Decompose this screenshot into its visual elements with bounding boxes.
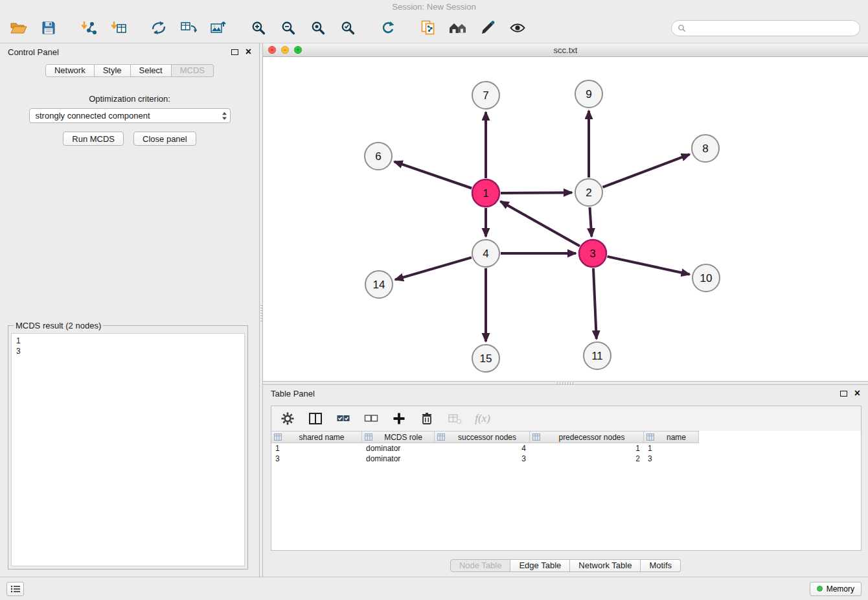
deselect-all-icon — [363, 411, 379, 426]
graph-node-label: 15 — [480, 352, 492, 365]
graph-edge-1-6[interactable] — [394, 161, 472, 188]
cell-successor-nodes: 3 — [435, 454, 530, 464]
zoom-out-button[interactable] — [277, 17, 299, 39]
cell-mcds-role: dominator — [362, 454, 435, 464]
table-row[interactable]: 1 dominator 4 1 1 — [271, 443, 861, 454]
table-row[interactable]: 3 dominator 3 2 3 — [271, 454, 861, 464]
apply-style-button[interactable] — [477, 17, 499, 39]
graph-node-8[interactable]: 8 — [692, 135, 719, 162]
graph-edge-1-2[interactable] — [501, 192, 572, 193]
copy-network-button[interactable] — [417, 17, 439, 39]
table-settings-button[interactable] — [279, 410, 296, 427]
graph-node-label: 6 — [375, 150, 381, 163]
tab-mcds[interactable]: MCDS — [172, 64, 214, 77]
task-history-button[interactable] — [6, 582, 24, 596]
tab-select[interactable]: Select — [131, 64, 172, 77]
show-hide-button[interactable] — [507, 17, 529, 39]
graph-edge-2-8[interactable] — [603, 154, 690, 187]
minimize-window-button[interactable] — [281, 46, 289, 54]
eye-icon — [509, 20, 526, 36]
select-all-button[interactable] — [335, 410, 352, 427]
graph-node-15[interactable]: 15 — [472, 345, 499, 372]
column-header-mcds-role[interactable]: MCDS role — [362, 431, 435, 443]
select-arrows-icon — [222, 111, 227, 121]
column-header-name[interactable]: name — [644, 431, 699, 443]
tab-network[interactable]: Network — [45, 64, 95, 77]
graph-node-6[interactable]: 6 — [365, 143, 392, 170]
add-column-button[interactable] — [391, 410, 407, 427]
graph-edge-3-11[interactable] — [593, 268, 597, 339]
graph-edge-3-10[interactable] — [608, 257, 690, 275]
network-arrows-button[interactable] — [148, 17, 170, 39]
control-panel-header: Control Panel — [0, 43, 259, 60]
import-network-icon — [80, 20, 97, 36]
column-type-icon — [437, 433, 445, 441]
float-panel-button[interactable] — [231, 49, 238, 55]
graph-node-14[interactable]: 14 — [365, 271, 393, 298]
zoom-window-button[interactable] — [294, 46, 302, 54]
zoom-fit-button[interactable] — [307, 17, 329, 39]
run-mcds-button[interactable]: Run MCDS — [63, 132, 124, 146]
graph-node-10[interactable]: 10 — [692, 264, 720, 292]
network-window-titlebar[interactable]: scc.txt — [263, 43, 868, 57]
network-table-button[interactable] — [177, 17, 200, 39]
deselect-all-button[interactable] — [363, 410, 380, 427]
export-image-button[interactable] — [207, 17, 229, 39]
graph-node-4[interactable]: 4 — [472, 240, 499, 267]
show-columns-button[interactable] — [307, 410, 324, 427]
control-panel-tabs: Network Style Select MCDS — [0, 64, 259, 77]
close-window-button[interactable] — [268, 46, 276, 54]
graph-node-label: 4 — [483, 248, 488, 260]
close-table-panel-icon[interactable] — [854, 389, 860, 397]
zoom-group — [247, 17, 359, 39]
graph-edge-4-14[interactable] — [395, 257, 472, 279]
network-overview-button[interactable] — [447, 17, 469, 39]
graph-node-1[interactable]: 1 — [472, 179, 499, 207]
cell-name: 3 — [644, 454, 699, 464]
graph-node-9[interactable]: 9 — [575, 80, 602, 108]
close-panel-icon[interactable] — [246, 48, 251, 56]
refresh-view-button[interactable] — [377, 17, 399, 39]
graph-node-3[interactable]: 3 — [579, 240, 606, 267]
search-input[interactable] — [689, 23, 854, 33]
search-box[interactable] — [671, 20, 860, 36]
delete-column-button[interactable] — [418, 410, 435, 427]
network-canvas[interactable]: 7968124314101511 — [263, 57, 868, 381]
memory-button[interactable]: Memory — [810, 582, 862, 596]
view-group — [417, 17, 529, 39]
tab-motifs[interactable]: Motifs — [641, 559, 681, 572]
column-header-successor-nodes[interactable]: successor nodes — [435, 431, 530, 443]
save-session-button[interactable] — [38, 17, 60, 39]
window-titlebar: Session: New Session — [0, 0, 868, 13]
function-builder-button: f(x) — [474, 410, 491, 427]
criterion-select[interactable]: strongly connected component — [29, 108, 231, 123]
mcds-result-list[interactable]: 1 3 — [11, 333, 245, 566]
tab-edge-table[interactable]: Edge Table — [510, 559, 570, 572]
zoom-in-button[interactable] — [247, 17, 269, 39]
float-table-panel-button[interactable] — [840, 391, 847, 397]
import-network-button[interactable] — [78, 17, 100, 39]
graph-edge-3-1[interactable] — [501, 202, 580, 246]
cell-predecessor-nodes: 1 — [530, 443, 644, 454]
fx-label: f(x) — [475, 412, 490, 425]
graph-edge-2-3[interactable] — [590, 207, 592, 237]
network-graph: 7968124314101511 — [263, 57, 868, 381]
tab-node-table[interactable]: Node Table — [450, 559, 511, 572]
refresh-icon — [380, 20, 396, 36]
tab-network-table[interactable]: Network Table — [570, 559, 641, 572]
close-panel-button[interactable]: Close panel — [133, 132, 196, 146]
cell-mcds-role: dominator — [362, 443, 435, 454]
open-folder-button[interactable] — [8, 17, 30, 39]
import-table-button[interactable] — [108, 17, 130, 39]
network-view-window: scc.txt 7968 — [263, 43, 868, 381]
export-image-icon — [210, 20, 227, 36]
column-header-predecessor-nodes[interactable]: predecessor nodes — [530, 431, 644, 443]
zoom-selected-button[interactable] — [337, 17, 359, 39]
tab-style[interactable]: Style — [95, 64, 131, 77]
result-line: 1 — [16, 336, 240, 346]
graph-node-11[interactable]: 11 — [584, 342, 611, 369]
graph-node-7[interactable]: 7 — [472, 82, 499, 109]
graph-node-2[interactable]: 2 — [575, 179, 602, 206]
column-header-shared-name[interactable]: shared name — [271, 431, 362, 443]
mcds-buttons-row: Run MCDS Close panel — [0, 132, 259, 146]
